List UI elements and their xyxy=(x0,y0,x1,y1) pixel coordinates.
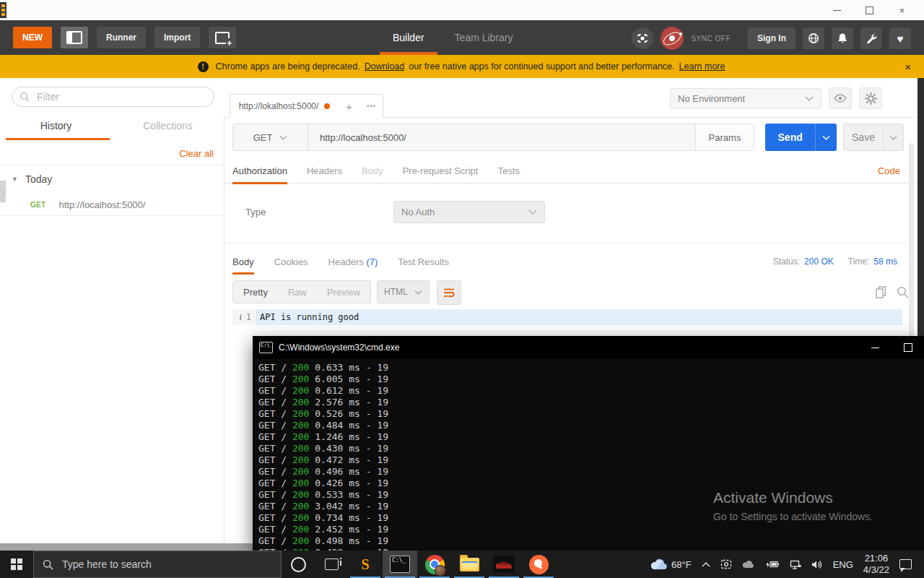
file-explorer-icon xyxy=(460,558,479,571)
request-tabstrip: http://lokalhost:5000/ + ••• No Environm… xyxy=(224,78,918,118)
header-tabs: Builder Team Library xyxy=(388,20,518,55)
taskbar-search[interactable] xyxy=(33,551,282,578)
method-select[interactable]: GET xyxy=(233,124,308,150)
tab-response-headers[interactable]: Headers (7) xyxy=(328,249,378,274)
new-request-tab-button[interactable]: + xyxy=(338,94,361,118)
tab-history[interactable]: History xyxy=(0,114,112,140)
download-link[interactable]: Download xyxy=(365,61,405,72)
tab-builder[interactable]: Builder xyxy=(388,20,429,55)
taskbar-photos-app[interactable] xyxy=(487,551,521,578)
taskbar-search-input[interactable] xyxy=(61,558,237,571)
environment-select[interactable]: No Environment xyxy=(670,88,821,108)
tab-collections[interactable]: Collections xyxy=(112,114,224,140)
start-button[interactable] xyxy=(0,551,33,578)
tab-response-body[interactable]: Body xyxy=(232,249,254,274)
params-button[interactable]: Params xyxy=(695,124,754,150)
weather-widget[interactable]: 68°F xyxy=(645,551,697,578)
environment-settings-button[interactable] xyxy=(859,87,882,109)
taskbar-sublime[interactable]: S xyxy=(348,551,383,578)
taskbar-postman[interactable] xyxy=(521,551,556,578)
new-window-button[interactable] xyxy=(209,27,236,48)
request-tab[interactable]: http://lokalhost:5000/ xyxy=(230,94,339,118)
tray-expand-button[interactable] xyxy=(697,551,715,578)
tab-cookies[interactable]: Cookies xyxy=(274,249,308,274)
window-maximize-button[interactable] xyxy=(853,0,886,20)
send-button[interactable]: Send xyxy=(765,124,837,151)
runner-button[interactable]: Runner xyxy=(97,27,146,48)
notifications-button[interactable] xyxy=(832,27,853,49)
response-body-text: API is running good xyxy=(257,309,902,325)
sidebar-toggle-button[interactable] xyxy=(61,27,88,48)
task-view-button[interactable] xyxy=(315,551,348,578)
time-label: Time: xyxy=(848,256,870,267)
auth-type-label: Type xyxy=(245,207,266,217)
search-icon xyxy=(19,92,30,102)
cmd-log-line: GET / 200 2.576 ms - 19 xyxy=(258,397,924,408)
settings-button[interactable] xyxy=(860,27,882,49)
cmd-maximize-button[interactable] xyxy=(892,336,924,359)
tray-network-button[interactable] xyxy=(785,551,806,578)
cortana-button[interactable] xyxy=(282,551,315,578)
tray-onedrive-button[interactable] xyxy=(737,551,760,578)
save-button[interactable]: Save xyxy=(843,124,904,151)
tab-team-library[interactable]: Team Library xyxy=(450,20,518,55)
environment-preview-button[interactable] xyxy=(829,87,852,109)
view-mode-raw[interactable]: Raw xyxy=(278,281,317,303)
history-item-method: GET xyxy=(30,201,45,209)
community-button[interactable] xyxy=(803,27,824,49)
taskbar-chrome[interactable] xyxy=(417,551,452,578)
banner-close-button[interactable]: × xyxy=(905,55,911,78)
cmd-log-line: GET / 200 0.612 ms - 19 xyxy=(258,385,924,397)
tray-language-button[interactable]: ENG xyxy=(828,551,858,578)
url-input[interactable] xyxy=(318,131,695,144)
deprecation-banner: ! Chrome apps are being deprecated. Down… xyxy=(0,55,924,78)
format-value: HTML xyxy=(384,287,408,297)
view-mode-preview[interactable]: Preview xyxy=(317,281,370,303)
window-minimize-button[interactable] xyxy=(821,0,853,20)
cmd-titlebar[interactable]: C:\Windows\system32\cmd.exe xyxy=(253,336,924,359)
tab-headers[interactable]: Headers xyxy=(307,159,342,184)
filter-input[interactable] xyxy=(35,90,206,103)
globe-icon xyxy=(808,33,819,44)
new-button[interactable]: NEW xyxy=(13,27,52,48)
interceptor-button[interactable] xyxy=(632,27,653,49)
view-mode-pretty[interactable]: Pretty xyxy=(233,281,278,303)
tab-pre-request-script[interactable]: Pre-request Script xyxy=(403,159,479,184)
import-button[interactable]: Import xyxy=(154,27,200,48)
sidebar-resize-grip[interactable] xyxy=(0,181,6,202)
taskbar-cmd[interactable] xyxy=(383,551,417,578)
action-center-button[interactable] xyxy=(894,551,917,578)
wrench-icon xyxy=(866,33,877,44)
weather-cloud-icon xyxy=(650,558,668,570)
tab-tests[interactable]: Tests xyxy=(497,159,519,184)
tab-options-button[interactable]: ••• xyxy=(360,94,383,118)
sync-button[interactable] xyxy=(661,27,684,50)
tray-battery-button[interactable] xyxy=(760,551,785,578)
cmd-minimize-button[interactable] xyxy=(859,336,892,359)
tray-clock[interactable]: 21:06 4/3/22 xyxy=(858,551,894,578)
time-value: 58 ms xyxy=(873,256,897,267)
format-select[interactable]: HTML xyxy=(377,280,430,303)
history-item[interactable]: GET http://localhost:5000/ xyxy=(0,194,224,215)
learn-more-link[interactable]: Learn more xyxy=(679,61,725,72)
sign-in-button[interactable]: Sign In xyxy=(748,27,796,49)
tray-snip-button[interactable] xyxy=(715,551,737,578)
content-scrollbar[interactable] xyxy=(909,143,914,337)
search-response-icon[interactable] xyxy=(897,286,909,298)
tab-authorization[interactable]: Authorization xyxy=(232,159,287,184)
wrap-text-button[interactable] xyxy=(437,280,461,305)
taskbar-file-explorer[interactable] xyxy=(452,551,487,578)
code-link[interactable]: Code xyxy=(878,165,900,176)
clear-all-link[interactable]: Clear all xyxy=(179,148,214,159)
history-group-today[interactable]: ▼ Today xyxy=(12,173,52,185)
close-icon: × xyxy=(899,5,905,16)
tab-test-results[interactable]: Test Results xyxy=(398,249,449,274)
favorites-button[interactable]: ♥ xyxy=(889,27,911,49)
copy-icon[interactable] xyxy=(876,286,886,298)
tray-volume-button[interactable] xyxy=(806,551,828,578)
tab-body[interactable]: Body xyxy=(362,159,383,184)
window-close-button[interactable]: × xyxy=(886,0,918,20)
windows-logo-icon xyxy=(11,558,22,570)
auth-type-select[interactable]: No Auth xyxy=(393,201,545,223)
cmd-log-line: GET / 200 0.526 ms - 19 xyxy=(258,408,924,420)
